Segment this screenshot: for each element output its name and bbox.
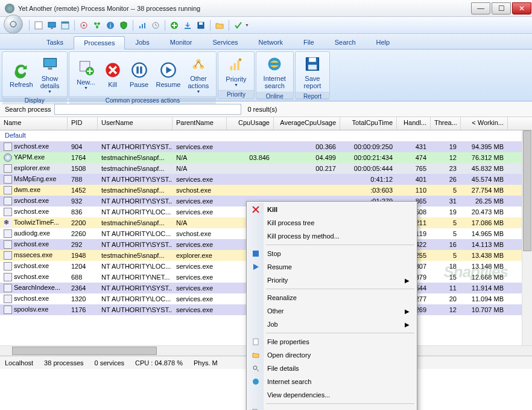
ctx-kill-tree[interactable]: Kill process tree xyxy=(248,216,416,229)
tab-jobs[interactable]: Jobs xyxy=(125,36,159,49)
new-button[interactable]: New... ▼ xyxy=(73,57,100,91)
minimize-button[interactable]: — xyxy=(471,2,490,14)
tab-services[interactable]: Services xyxy=(202,36,248,49)
col-username[interactable]: UserName xyxy=(98,117,173,130)
ctx-open-dir[interactable]: Open directory xyxy=(248,348,416,362)
tab-search[interactable]: Search xyxy=(325,36,366,49)
cell-working: 10.707 MB xyxy=(461,306,508,313)
tab-help[interactable]: Help xyxy=(366,36,401,49)
kill-button[interactable]: Kill xyxy=(100,59,126,89)
ctx-stop[interactable]: Stop xyxy=(248,247,416,260)
app-icon xyxy=(5,4,14,13)
tab-file[interactable]: File xyxy=(293,36,325,49)
group-label-online: Online xyxy=(256,92,293,100)
cell-totcpu: 00:00:05:444 xyxy=(340,165,397,172)
col-handles[interactable]: Handl... xyxy=(397,117,431,130)
refresh-button[interactable]: Refresh xyxy=(6,59,37,89)
table-row[interactable]: YAPM.exe1764testmachine5\snapf...N/A03.8… xyxy=(0,152,532,163)
ctx-copy[interactable]: Copy to clipboard▶ xyxy=(248,406,416,410)
cell-pid: 904 xyxy=(68,143,98,150)
cell-threads: 19 xyxy=(431,143,461,150)
cell-parent: explorer.exe xyxy=(173,252,227,259)
ctx-job[interactable]: Job▶ xyxy=(248,318,416,331)
ctx-internet-search[interactable]: Internet search xyxy=(248,375,416,388)
cell-totcpu: 00:00:09:250 xyxy=(340,143,397,150)
pause-label: Pause xyxy=(130,81,148,88)
tool-window-icon[interactable] xyxy=(60,20,71,31)
save-report-button[interactable]: Save report xyxy=(299,53,326,91)
ctx-reanalize[interactable]: Reanalize xyxy=(248,291,416,304)
tool-monitor-icon[interactable] xyxy=(46,20,57,31)
status-services: 0 services xyxy=(95,359,125,367)
tool-target-icon[interactable] xyxy=(78,20,89,31)
tool-save-icon[interactable] xyxy=(195,20,206,31)
show-details-button[interactable]: Show details ▼ xyxy=(37,53,63,95)
tool-network-icon[interactable] xyxy=(92,20,103,31)
cell-working: 17.086 MB xyxy=(461,219,508,226)
process-icon xyxy=(4,306,12,314)
cell-working: 14.965 MB xyxy=(461,230,508,237)
vertical-scrollbar[interactable] xyxy=(522,130,532,345)
priority-button[interactable]: Priority ▼ xyxy=(222,54,250,88)
cell-name: MsMpEng.exe xyxy=(14,175,56,182)
resume-button[interactable]: Resume xyxy=(153,59,185,89)
search-result-count: 0 result(s) xyxy=(247,106,277,113)
cell-totcpu: :03:603 xyxy=(340,187,397,194)
app-menu-orb[interactable] xyxy=(4,14,23,34)
tab-network[interactable]: Network xyxy=(249,36,293,49)
ctx-priority[interactable]: Priority▶ xyxy=(248,274,416,287)
cell-pid: 1204 xyxy=(68,263,98,270)
internet-search-button[interactable]: Internet search xyxy=(260,53,290,91)
ctx-file-props[interactable]: File properties xyxy=(248,335,416,348)
tab-tasks[interactable]: Tasks xyxy=(36,36,74,49)
col-pid[interactable]: PID xyxy=(68,117,98,130)
cell-user: testmachine5\snapf... xyxy=(98,187,173,194)
col-name[interactable]: Name xyxy=(0,117,68,130)
tool-info-icon[interactable]: i xyxy=(105,20,116,31)
other-actions-button[interactable]: Other actions ▼ xyxy=(185,53,213,95)
tool-folder-icon[interactable] xyxy=(214,20,225,31)
col-threads[interactable]: Threa... xyxy=(431,117,461,130)
ctx-kill-method[interactable]: Kill process by method... xyxy=(248,229,416,243)
maximize-button[interactable]: ☐ xyxy=(492,2,511,14)
context-menu: Kill Kill process tree Kill process by m… xyxy=(246,201,417,410)
window-title: Yet Another (remote) Process Monitor -- … xyxy=(18,5,200,12)
col-cpu[interactable]: CpuUsage xyxy=(227,117,274,130)
col-avgcpu[interactable]: AverageCpuUsage xyxy=(274,117,340,130)
table-row[interactable]: explorer.exe1508testmachine5\snapf...N/A… xyxy=(0,163,532,174)
ctx-other[interactable]: Other▶ xyxy=(248,304,416,318)
table-row[interactable]: MsMpEng.exe788NT AUTHORITY\SYST...servic… xyxy=(0,174,532,185)
ctx-resume[interactable]: Resume xyxy=(248,260,416,274)
cell-parent: svchost.exe xyxy=(173,187,227,194)
tab-processes[interactable]: Processes xyxy=(74,36,125,50)
cell-working: 12.668 MB xyxy=(461,274,508,281)
tool-check-icon[interactable] xyxy=(233,20,244,31)
tool-download-icon[interactable] xyxy=(182,20,193,31)
svg-rect-40 xyxy=(308,65,317,69)
tool-add-icon[interactable] xyxy=(169,20,180,31)
table-row[interactable]: dwm.exe1452testmachine5\snapf...svchost.… xyxy=(0,185,532,196)
tool-chart-icon[interactable] xyxy=(137,20,148,31)
group-row[interactable]: Default xyxy=(0,130,532,141)
cell-threads: 20 xyxy=(431,295,461,303)
pause-button[interactable]: Pause xyxy=(126,59,153,89)
cell-user: NT AUTHORITY\LOC... xyxy=(98,208,173,216)
svg-point-32 xyxy=(200,65,204,69)
close-button[interactable]: ✕ xyxy=(512,2,531,14)
tool-sheet-icon[interactable] xyxy=(33,20,44,31)
process-icon xyxy=(4,240,12,249)
ctx-file-details[interactable]: File details xyxy=(248,362,416,375)
tool-shield-icon[interactable] xyxy=(118,20,129,31)
col-parent[interactable]: ParentName xyxy=(173,117,227,130)
search-input[interactable] xyxy=(54,104,241,115)
col-totalcpu[interactable]: TotalCpuTime xyxy=(340,117,397,130)
ctx-view-deps[interactable]: View dependencies... xyxy=(248,388,416,402)
tool-history-icon[interactable] xyxy=(150,20,161,31)
tab-monitor[interactable]: Monitor xyxy=(160,36,203,49)
col-working[interactable]: < Workin... xyxy=(461,117,508,130)
svg-point-44 xyxy=(253,379,259,385)
cell-handles: 765 xyxy=(397,165,431,172)
quick-toolbar: i ▼ xyxy=(0,17,532,34)
table-row[interactable]: svchost.exe904NT AUTHORITY\SYST...servic… xyxy=(0,141,532,152)
ctx-kill[interactable]: Kill xyxy=(248,203,416,216)
